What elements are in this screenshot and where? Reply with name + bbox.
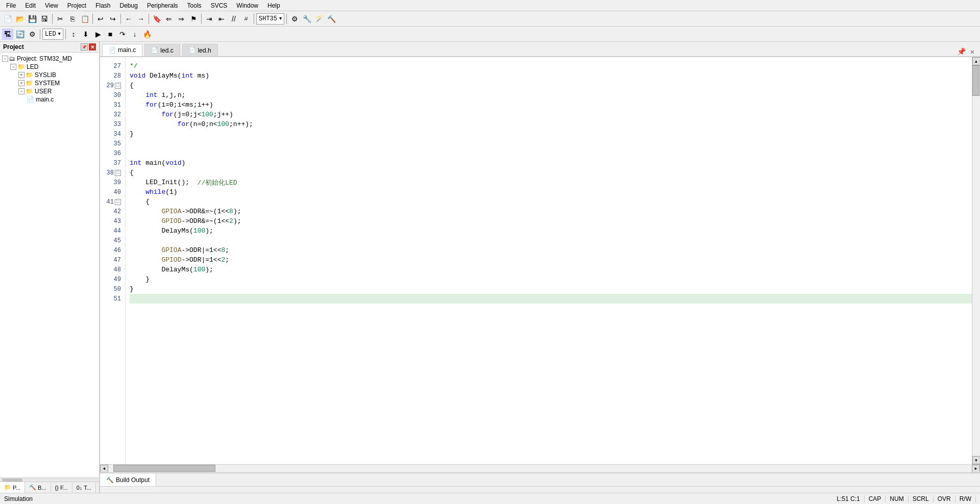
tab-close-button[interactable]: ✕ bbox=[968, 47, 977, 56]
step-in-button[interactable]: ↓ bbox=[129, 29, 140, 40]
tree-item-system[interactable]: + 📁 SYSTEM bbox=[0, 79, 99, 87]
code-content[interactable]: */ void DelayMs(int ms) { int i,j,n; bbox=[126, 57, 972, 464]
v-scroll-down[interactable]: ▼ bbox=[972, 456, 981, 464]
next-bookmark-button[interactable]: ⇒ bbox=[176, 13, 187, 24]
uncomment-button[interactable]: //̶ bbox=[240, 13, 252, 24]
tree-toggle-project[interactable]: − bbox=[2, 56, 8, 62]
cut-button[interactable]: ✂ bbox=[55, 13, 66, 24]
h-scroll-thumb[interactable] bbox=[113, 465, 215, 472]
prev-bookmark-button[interactable]: ⇐ bbox=[163, 13, 175, 24]
tree-item-led[interactable]: − 📁 LED bbox=[0, 63, 99, 71]
v-scroll-up[interactable]: ▲ bbox=[972, 57, 981, 65]
menu-svcs[interactable]: SVCS bbox=[207, 1, 232, 10]
tree-toggle-system[interactable]: + bbox=[18, 80, 24, 86]
tab-ledc[interactable]: 📄 led.c bbox=[144, 44, 180, 56]
undo-button[interactable]: ↩ bbox=[95, 13, 106, 24]
menu-window[interactable]: Window bbox=[232, 1, 262, 10]
unindent-button[interactable]: ⇤ bbox=[216, 13, 227, 24]
menu-flash[interactable]: Flash bbox=[91, 1, 114, 10]
tab-ledh[interactable]: 📄 led.h bbox=[182, 44, 218, 56]
menu-view[interactable]: View bbox=[41, 1, 62, 10]
tab-mainc[interactable]: 📄 main.c bbox=[102, 44, 142, 56]
tree-item-project[interactable]: − 🗂 Project: STM32_MD bbox=[0, 55, 99, 63]
target-dropdown[interactable]: SHT35 ▼ bbox=[256, 13, 284, 24]
new-button[interactable]: 📄 bbox=[2, 13, 13, 24]
batch-build-button[interactable]: ⚙ bbox=[27, 29, 38, 40]
fold-38[interactable]: □ bbox=[115, 170, 121, 176]
indent-button[interactable]: ⇥ bbox=[204, 13, 215, 24]
tree-toggle-syslib[interactable]: + bbox=[18, 72, 24, 78]
menu-edit[interactable]: Edit bbox=[21, 1, 40, 10]
menu-peripherals[interactable]: Peripherals bbox=[143, 1, 182, 10]
close-button[interactable]: ✕ bbox=[89, 43, 96, 51]
rebuild-button[interactable]: 🔄 bbox=[14, 29, 26, 40]
tab-build[interactable]: 🔨 B... bbox=[25, 482, 51, 493]
editor-area: 📄 main.c 📄 led.c 📄 led.h 📌 ✕ bbox=[100, 42, 980, 493]
save-all-button[interactable]: 🖫 bbox=[39, 13, 50, 24]
step-over-button[interactable]: ↷ bbox=[117, 29, 128, 40]
led-folder-icon: 📁 bbox=[17, 63, 25, 70]
ln-35: 35 bbox=[100, 139, 125, 148]
h-scroll-panel[interactable] bbox=[0, 477, 99, 482]
tab-project-label: P... bbox=[13, 485, 20, 491]
code-editor: 27 28 29 □ 30 31 32 33 34 35 36 37 38 □ … bbox=[100, 57, 980, 464]
settings-button[interactable]: ⚙ bbox=[289, 13, 300, 24]
build-all-button[interactable]: 🏗 bbox=[2, 29, 13, 40]
bottom-area: 🔨 Build Output bbox=[100, 472, 980, 493]
paste-button[interactable]: 📋 bbox=[79, 13, 90, 24]
wizard-button[interactable]: 🪄 bbox=[313, 13, 325, 24]
menu-tools[interactable]: Tools bbox=[183, 1, 206, 10]
download-button[interactable]: ⬇ bbox=[80, 29, 91, 40]
manage-button[interactable]: 🔧 bbox=[301, 13, 312, 24]
nav-back-button[interactable]: ← bbox=[123, 13, 134, 24]
menu-debug[interactable]: Debug bbox=[116, 1, 142, 10]
tree-item-user[interactable]: − 📁 USER bbox=[0, 87, 99, 95]
tree-toggle-user[interactable]: − bbox=[18, 88, 24, 94]
h-scrollbar[interactable]: ◄ ► bbox=[100, 464, 980, 472]
fold-41[interactable]: □ bbox=[115, 199, 121, 205]
v-scrollbar[interactable]: ▲ ▼ bbox=[972, 57, 980, 464]
h-scroll-track[interactable] bbox=[108, 465, 972, 472]
select-button[interactable]: ↕ bbox=[68, 29, 79, 40]
ln-41: 41 □ bbox=[100, 197, 125, 207]
tree-item-mainc[interactable]: 📄 main.c bbox=[0, 95, 99, 104]
redo-button[interactable]: ↪ bbox=[107, 13, 118, 24]
run-button[interactable]: ▶ bbox=[92, 29, 104, 40]
menu-help[interactable]: Help bbox=[263, 1, 284, 10]
toggle-bookmark-button[interactable]: ⚑ bbox=[188, 13, 199, 24]
sep5 bbox=[201, 14, 202, 24]
fold-29[interactable]: □ bbox=[115, 83, 121, 89]
nav-forward-button[interactable]: → bbox=[135, 13, 146, 24]
sep6 bbox=[254, 14, 254, 24]
tree-label-mainc: main.c bbox=[36, 96, 54, 103]
save-button[interactable]: 💾 bbox=[27, 13, 38, 24]
toolbar2: 🏗 🔄 ⚙ LED ▼ ↕ ⬇ ▶ ■ ↷ ↓ 🔥 bbox=[0, 27, 980, 42]
chip-erase-button[interactable]: 🔥 bbox=[141, 29, 153, 40]
tab-project[interactable]: 📁 P... bbox=[0, 482, 25, 493]
h-scroll-right[interactable]: ► bbox=[972, 465, 980, 473]
tools2-button[interactable]: 🔨 bbox=[326, 13, 337, 24]
tab-pin-button[interactable]: 📌 bbox=[957, 47, 966, 56]
h-scroll-left[interactable]: ◄ bbox=[100, 465, 108, 473]
bookmark-button[interactable]: 🔖 bbox=[151, 13, 162, 24]
menu-project[interactable]: Project bbox=[63, 1, 90, 10]
copy-button[interactable]: ⎘ bbox=[67, 13, 78, 24]
project-dropdown[interactable]: LED ▼ bbox=[42, 29, 63, 40]
code-line-33: for(n=0;n<100;n++); bbox=[130, 119, 972, 129]
stop-button[interactable]: ■ bbox=[105, 29, 116, 40]
v-scroll-track[interactable] bbox=[972, 65, 980, 456]
comment-button[interactable]: // bbox=[228, 13, 239, 24]
sep9 bbox=[65, 29, 66, 39]
v-scroll-thumb[interactable] bbox=[972, 65, 979, 96]
build-output-label: Build Output bbox=[116, 476, 150, 484]
tree-item-syslib[interactable]: + 📁 SYSLIB bbox=[0, 71, 99, 79]
mainc-icon: 📄 bbox=[27, 96, 34, 103]
tab-templates[interactable]: 0↓ T... bbox=[72, 482, 96, 493]
tab-functions[interactable]: {} F... bbox=[51, 482, 72, 493]
menu-file[interactable]: File bbox=[2, 1, 20, 10]
open-button[interactable]: 📂 bbox=[14, 13, 26, 24]
build-output-tab[interactable]: 🔨 Build Output bbox=[100, 473, 156, 486]
code-line-51 bbox=[130, 294, 972, 304]
pin-button[interactable]: 📌 bbox=[81, 43, 88, 51]
tree-toggle-led[interactable]: − bbox=[10, 64, 16, 70]
